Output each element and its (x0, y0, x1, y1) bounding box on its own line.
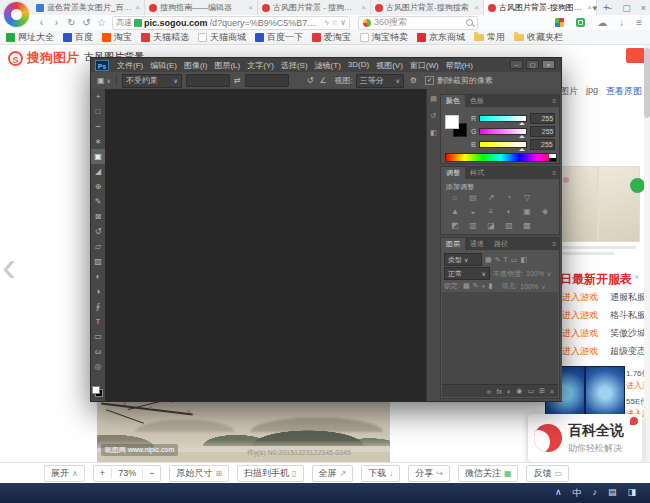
back-icon[interactable]: ‹ (34, 16, 49, 29)
menu-view[interactable]: 视图(V) (376, 60, 403, 71)
gradient-map-adjustment-icon[interactable]: ▧ (503, 221, 515, 230)
crop-tool[interactable]: ▣ (91, 149, 105, 164)
threshold-adjustment-icon[interactable]: ◪ (485, 221, 497, 230)
curves-adjustment-icon[interactable]: ↗ (485, 193, 497, 202)
favorite-star-icon[interactable]: ☆ (331, 18, 338, 27)
history-brush-tool[interactable]: ↺ (91, 224, 105, 239)
tab-2[interactable]: 搜狗指南——编辑器 × (145, 0, 258, 15)
restore-tab-icon[interactable]: ↺ (79, 16, 94, 29)
lock-position-icon[interactable]: + (481, 283, 485, 290)
collapsed-panel-icon[interactable]: ◧ (430, 129, 437, 137)
layers-list-empty[interactable] (442, 292, 558, 384)
url-dropdown-icon[interactable]: ∨ (340, 18, 346, 27)
ps-maximize-button[interactable]: ▢ (526, 60, 539, 69)
crop-ratio-dropdown[interactable]: 不受约束∨ (122, 74, 182, 88)
search-input[interactable]: 360搜索 (358, 16, 478, 30)
healing-tool[interactable]: ⊕ (91, 179, 105, 194)
move-tool[interactable]: + (91, 89, 105, 104)
browser-menu-icon[interactable]: ≡ (636, 18, 642, 28)
fullscreen-button[interactable]: 全屏↗ (312, 465, 354, 482)
ps-minimize-button[interactable]: – (510, 60, 523, 69)
fg-bg-swatches[interactable] (92, 386, 103, 397)
crumb-type[interactable]: 图片 (560, 85, 578, 98)
bookmark-tmall-mall[interactable]: 天猫商城 (198, 31, 246, 44)
floating-badge[interactable] (630, 178, 645, 193)
filter-smart-icon[interactable]: ◧ (520, 256, 527, 264)
scan-to-phone-button[interactable]: 扫描到手机▯ (237, 465, 303, 482)
bookmark-tmall-select[interactable]: 天猫精选 (141, 31, 189, 44)
menu-filter[interactable]: 滤镜(T) (315, 60, 341, 71)
link-layers-icon[interactable]: ∞ (487, 388, 492, 395)
server-row[interactable]: 进入游戏 超级变态 (562, 345, 646, 358)
new-layer-icon[interactable]: ⊞ (539, 387, 545, 395)
levels-adjustment-icon[interactable]: ▤ (467, 193, 479, 202)
tab-close-icon[interactable]: × (587, 3, 592, 12)
lock-transparency-icon[interactable]: ▩ (463, 282, 470, 290)
tab-paths[interactable]: 路径 (489, 238, 513, 250)
lasso-tool[interactable]: ∽ (91, 119, 105, 134)
adjustment-layer-icon[interactable]: ◉ (516, 387, 522, 395)
home-icon[interactable]: ☆ (94, 16, 109, 29)
lookup-adjustment-icon[interactable]: ◈ (539, 207, 551, 216)
exposure-adjustment-icon[interactable]: ◔ (503, 193, 515, 202)
scrollbar-thumb[interactable] (644, 48, 650, 118)
prev-image-arrow[interactable]: ‹ (2, 246, 16, 288)
speed-mode-icon[interactable] (134, 19, 142, 27)
fill-caret-icon[interactable]: ∨ (541, 283, 545, 290)
bookmark-wangzhidaquan[interactable]: 网址大全 (6, 31, 54, 44)
server-row[interactable]: 进入游戏 格斗私服 (562, 309, 646, 322)
download-manager-icon[interactable]: ↓ (619, 18, 624, 28)
promo-card[interactable]: 百科全说 助你轻松解决 (528, 414, 642, 462)
server-row[interactable]: 进入游戏 笑傲沙城 (562, 327, 646, 340)
wechat-follow-button[interactable]: 微信关注▦ (458, 465, 519, 482)
board-close-icon[interactable]: × (634, 272, 639, 282)
tab-5-active[interactable]: 古风图片背景-搜狗图片搜索 × (484, 0, 597, 15)
battery-icon[interactable]: ◨ (627, 487, 636, 500)
gradient-tool[interactable]: ▨ (91, 254, 105, 269)
eraser-tool[interactable]: ▱ (91, 239, 105, 254)
menu-help[interactable]: 帮助(H) (446, 60, 473, 71)
share-button[interactable]: 分享↪ (408, 465, 450, 482)
marquee-tool[interactable]: □ (91, 104, 105, 119)
zoom-in-button[interactable]: + (94, 468, 111, 478)
feedback-button[interactable]: 反馈▭ (526, 465, 569, 482)
menu-image[interactable]: 图像(I) (184, 60, 208, 71)
tab-channels[interactable]: 通道 (465, 238, 489, 250)
red-value[interactable]: 255 (530, 113, 555, 124)
type-tool[interactable]: T (91, 314, 105, 329)
filter-adjust-icon[interactable]: ✎ (495, 256, 501, 264)
menu-file[interactable]: 文件(F) (117, 60, 143, 71)
green-value[interactable]: 255 (530, 126, 555, 137)
cloud-sync-icon[interactable]: ☁ (597, 18, 607, 28)
posterize-adjustment-icon[interactable]: ▥ (467, 221, 479, 230)
delete-pixels-checkbox[interactable]: ✓ (425, 76, 434, 85)
ps-close-button[interactable]: × (542, 60, 555, 69)
opacity-value[interactable]: 100% (526, 270, 544, 277)
bookmark-aitaobao[interactable]: 爱淘宝 (312, 31, 351, 44)
bookmark-baidu-yixia[interactable]: 百度一下 (255, 31, 303, 44)
menu-layer[interactable]: 图层(L) (214, 60, 240, 71)
related-image-thumb[interactable] (556, 166, 598, 242)
delete-layer-icon[interactable]: × (550, 388, 554, 395)
color-balance-adjustment-icon[interactable]: ◒ (467, 207, 479, 216)
menu-select[interactable]: 选择(S) (281, 60, 308, 71)
collapsed-panel-icon[interactable]: ▤ (430, 95, 437, 103)
tab-close-icon[interactable]: × (135, 3, 140, 12)
bookmark-folder-favorites[interactable]: 收藏夹栏 (514, 31, 563, 44)
original-size-button[interactable]: 原始尺寸⊞ (169, 465, 229, 482)
blur-tool[interactable]: ◐ (91, 269, 105, 284)
enter-game-link[interactable]: 进入游戏 (562, 327, 598, 340)
dodge-tool[interactable]: ◑ (91, 284, 105, 299)
filter-shape-icon[interactable]: ▭ (511, 256, 518, 264)
related-image-thumb[interactable] (598, 166, 640, 242)
menu-edit[interactable]: 编辑(E) (150, 60, 177, 71)
brush-tool[interactable]: ✎ (91, 194, 105, 209)
fill-value[interactable]: 100% (520, 283, 538, 290)
lightning-icon[interactable]: ϟ (325, 18, 329, 27)
volume-icon[interactable]: ♪ (592, 487, 597, 500)
enter-game-link[interactable]: 进入游戏 (562, 345, 598, 358)
selective-color-adjustment-icon[interactable]: ▩ (521, 221, 533, 230)
url-input[interactable]: 高速 pic.sogou.com /d?query=%B9%C5%B7%E7%C… (112, 16, 350, 30)
download-button[interactable]: 下载↓ (361, 465, 400, 482)
foreground-background-swatches[interactable] (445, 115, 467, 137)
